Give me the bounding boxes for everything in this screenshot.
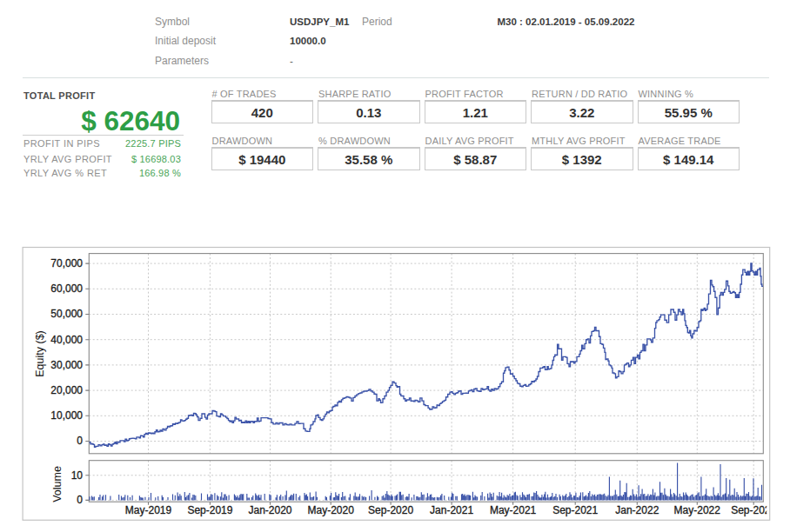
svg-text:10,000: 10,000 xyxy=(50,409,83,422)
svg-text:Volume: Volume xyxy=(51,466,64,502)
svg-text:20,000: 20,000 xyxy=(50,384,83,396)
svg-text:Jan-2020: Jan-2020 xyxy=(248,504,291,516)
svg-text:70,000: 70,000 xyxy=(50,257,83,269)
svg-text:Jan-2021: Jan-2021 xyxy=(430,504,473,516)
svg-text:Sep-2019: Sep-2019 xyxy=(187,504,232,516)
svg-text:May-2021: May-2021 xyxy=(490,504,537,516)
svg-text:May-2022: May-2022 xyxy=(674,504,721,516)
svg-text:30,000: 30,000 xyxy=(50,359,83,371)
svg-text:May-2020: May-2020 xyxy=(308,504,355,516)
svg-text:50,000: 50,000 xyxy=(50,308,83,320)
svg-text:0: 0 xyxy=(77,494,83,506)
svg-text:0: 0 xyxy=(77,435,83,447)
svg-text:Equity ($): Equity ($) xyxy=(34,330,46,377)
svg-text:Jan-2022: Jan-2022 xyxy=(615,504,659,516)
svg-text:Sep-2020: Sep-2020 xyxy=(368,504,413,516)
svg-text:10: 10 xyxy=(71,469,84,482)
svg-text:Sep-2021: Sep-2021 xyxy=(552,504,598,516)
svg-text:May-2019: May-2019 xyxy=(125,504,172,516)
svg-text:60,000: 60,000 xyxy=(50,283,83,295)
svg-text:40,000: 40,000 xyxy=(50,334,83,346)
